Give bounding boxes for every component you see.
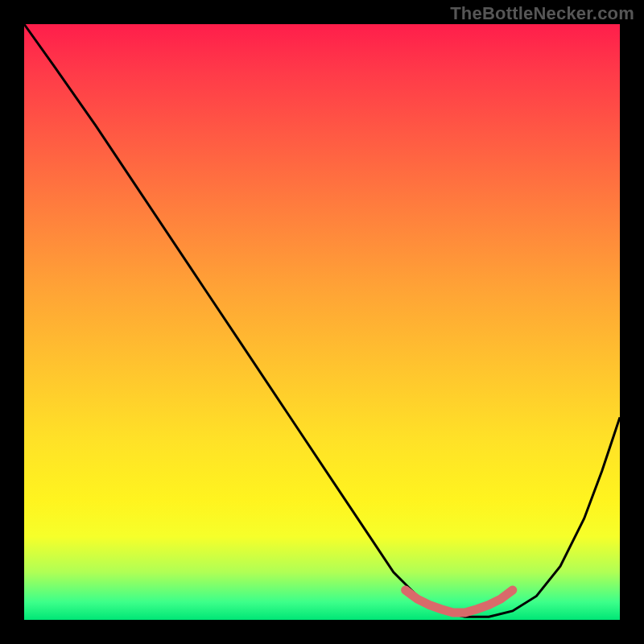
plot-area bbox=[24, 24, 620, 620]
marker-band-path bbox=[406, 590, 513, 613]
curve-svg bbox=[24, 24, 620, 620]
chart-frame: TheBottleNecker.com bbox=[0, 0, 644, 644]
bottleneck-curve-path bbox=[24, 24, 620, 617]
attribution-label: TheBottleNecker.com bbox=[450, 3, 634, 24]
